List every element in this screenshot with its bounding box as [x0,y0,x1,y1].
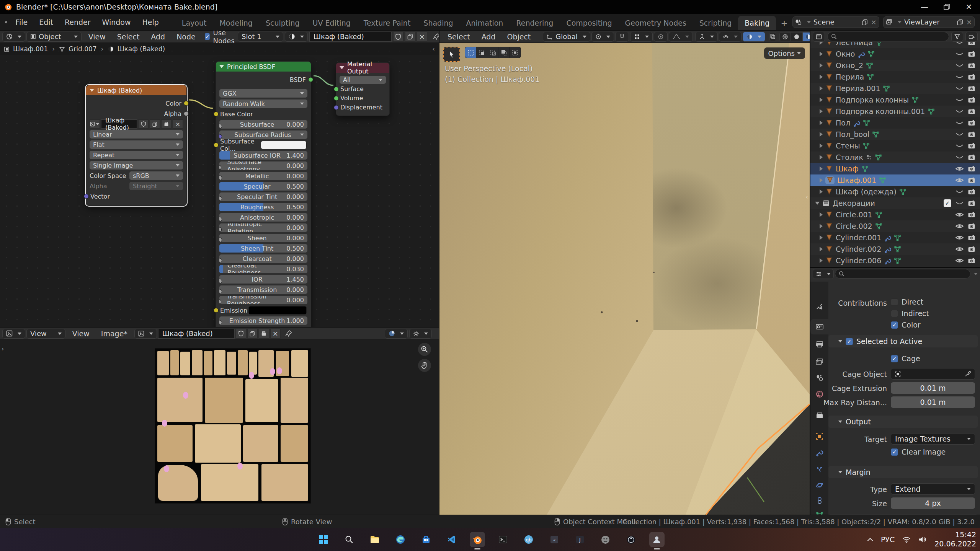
color-checkbox[interactable]: ✓ [891,321,898,329]
expand-arrow-icon[interactable] [820,166,823,171]
fake-user-button[interactable] [393,32,403,42]
new-material-button[interactable] [405,32,415,42]
max-ray-field[interactable]: 0.01 m [891,396,975,408]
expand-arrow-icon[interactable] [820,224,823,228]
maximize-button[interactable] [936,0,958,14]
eye-closed-icon[interactable] [955,131,964,137]
bsdf-row-emission[interactable]: Emission [219,306,307,315]
outliner-item-1[interactable]: Окно [810,48,980,60]
outliner-item-9[interactable]: Стены [810,140,980,152]
display-channels-button[interactable] [385,329,408,339]
margin-type-dropdown[interactable]: Extend [891,483,975,495]
camera-icon[interactable] [968,177,975,184]
pivot-point-dropdown[interactable] [591,32,614,42]
camera-icon[interactable] [968,154,975,161]
camera-icon[interactable] [968,200,975,207]
expand-arrow-icon[interactable] [820,63,823,68]
image-name-field[interactable]: Шкаф (Baked) [101,119,137,129]
shader-type-dropdown[interactable]: Object [26,32,82,42]
eye-open-icon[interactable] [955,246,964,252]
taskbar-icon-store[interactable] [418,532,434,547]
selected-to-active-section[interactable]: ✓ Selected to Active [828,335,978,347]
color-swatch[interactable] [261,141,307,149]
eye-closed-icon[interactable] [955,108,964,114]
outliner-item-18[interactable]: Cylinder.002 [810,243,980,255]
unlink-image-button[interactable]: × [173,119,183,129]
xray-toggle[interactable] [769,32,776,41]
alpha-mode-dropdown[interactable]: Straight [129,182,183,190]
zoom-gizmo[interactable] [418,343,431,356]
bsdf-node-header[interactable]: Principled BSDF [216,62,311,72]
eye-closed-icon[interactable] [955,62,964,68]
subsurface-method-dropdown[interactable]: Random Walk [219,99,307,108]
expand-arrow-icon[interactable] [820,42,823,45]
expand-arrow-icon[interactable] [820,258,823,263]
properties-filter-button[interactable] [813,269,834,279]
topbar-menu-4[interactable]: Help [137,14,165,30]
region-collapse-icon[interactable]: ‹ [432,45,435,53]
fake-user-button[interactable] [236,329,246,339]
duplicate-icon[interactable] [861,19,868,26]
camera-icon[interactable] [968,246,975,253]
eye-closed-icon[interactable] [955,189,964,195]
taskbar-icon-jdownloader[interactable]: J [572,532,588,547]
bsdf-row-transmission[interactable]: Transmission0.000 [219,285,307,294]
outliner-item-11[interactable]: Шкаф [810,163,980,174]
tray-chevron-up-icon[interactable] [867,538,873,541]
collection-checkbox[interactable]: ✓ [944,199,951,207]
bsdf-row-sheen-tint[interactable]: Sheen Tint0.500 [219,244,307,253]
color-output[interactable]: Color [90,99,183,108]
shading-wireframe-button[interactable] [779,32,791,41]
editor-type-button[interactable] [2,32,25,42]
eye-closed-icon[interactable] [955,154,964,160]
eye-closed-icon[interactable] [955,97,964,103]
breadcrumb[interactable]: Шкаф.001› Grid.007› Шкаф (Baked) ‹ [0,43,439,55]
bsdf-row-roughness[interactable]: Roughness0.500 [219,203,307,211]
eye-open-icon[interactable] [955,212,964,218]
image-menu-1[interactable]: Image* [95,328,133,339]
new-collection-button[interactable] [965,32,978,42]
alpha-output[interactable]: Alpha [90,109,183,118]
overlays-dropdown[interactable] [719,32,742,42]
taskbar-icon-contacts[interactable] [649,532,665,547]
camera-icon[interactable] [968,85,975,92]
target-dropdown[interactable]: All [340,76,386,84]
properties-tab-modifiers[interactable] [810,445,828,460]
camera-icon[interactable] [968,51,975,57]
shader-menu-2[interactable]: Add [145,31,171,42]
eye-open-icon[interactable] [955,177,964,183]
outliner-filter-button[interactable] [951,32,963,42]
image-texture-node[interactable]: Шкаф (Baked) Color Alpha Шкаф (Baked) × … [86,85,187,206]
outliner-item-16[interactable]: Circle.002 [810,220,980,232]
taskbar-icon-search[interactable] [341,532,357,547]
tab-compositing[interactable]: Compositing [560,16,618,30]
bsdf-row-ior[interactable]: IOR1.450 [219,275,307,284]
camera-icon[interactable] [968,166,975,172]
editor-type-button[interactable] [2,329,25,339]
outliner-item-8[interactable]: Пол_bool [810,129,980,140]
snap-toggle[interactable] [615,32,629,42]
taskbar-icon-media-app[interactable]: « [547,532,562,547]
surface-input[interactable]: Surface [340,85,386,93]
local-view-toggle[interactable] [743,32,765,42]
viewport-menu-2[interactable]: Object [501,31,536,42]
bsdf-row-anisotropic-rotation[interactable]: Anisotropic Rotation0.000 [219,223,307,232]
viewport-menu-1[interactable]: Add [476,31,501,42]
camera-icon[interactable] [968,189,975,195]
baked-texture-image[interactable] [155,349,310,503]
direct-checkbox[interactable] [891,298,898,306]
clear-image-checkbox-row[interactable]: ✓Clear Image [891,448,946,456]
eye-closed-icon[interactable] [955,143,964,149]
use-nodes-checkbox[interactable]: ✓ [205,33,210,40]
outliner-item-15[interactable]: Circle.001 [810,209,980,220]
shader-menu-1[interactable]: Select [111,31,145,42]
shader-menu-3[interactable]: Node [171,31,201,42]
topbar-menu-1[interactable]: Edit [33,14,59,30]
expand-arrow-icon[interactable] [820,212,823,217]
tab-baking[interactable]: Baking [738,16,776,30]
expand-arrow-icon[interactable] [820,247,823,251]
close-button[interactable]: ✕ [958,0,980,14]
unlink-material-button[interactable]: × [417,32,427,42]
select-mode-set[interactable] [465,47,476,58]
proportional-editing-toggle[interactable] [654,32,668,42]
